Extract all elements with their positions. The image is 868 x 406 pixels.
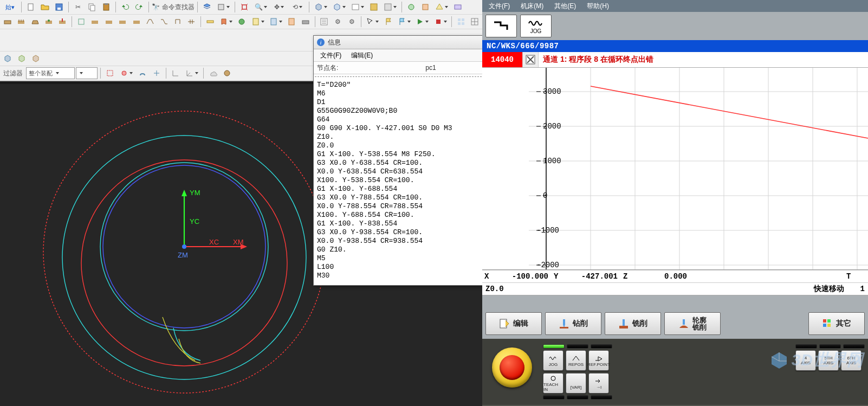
render-icon[interactable] — [381, 1, 399, 14]
undo-icon[interactable] — [119, 1, 132, 14]
cam-6-icon[interactable] — [75, 15, 87, 28]
gear2-icon[interactable]: ⚙ — [345, 15, 358, 28]
gear-icon[interactable]: ⚙ — [332, 15, 344, 28]
tool-d-icon[interactable] — [451, 1, 464, 14]
mcp-axis4-button[interactable]: 4 AXIS — [795, 350, 816, 371]
cam-7-icon[interactable] — [89, 15, 101, 28]
sphere-icon[interactable] — [221, 67, 234, 80]
tool-b-icon[interactable] — [419, 1, 432, 14]
hmi-menu-machine[interactable]: 机床(M) — [515, 1, 549, 12]
fit-icon[interactable] — [238, 1, 251, 14]
cam-3-icon[interactable] — [29, 15, 41, 28]
snap-icon[interactable] — [136, 67, 149, 80]
cloud-icon[interactable] — [206, 67, 219, 80]
start-menu[interactable]: 始▾ — [1, 1, 18, 14]
command-finder[interactable]: 🔭 命令查找器 — [152, 3, 195, 12]
tool-c-icon[interactable] — [433, 1, 450, 14]
pan-icon[interactable]: ✥ — [270, 1, 288, 14]
isoview3-icon[interactable] — [29, 52, 42, 65]
hmi-menu-file[interactable]: 文件(F) — [483, 1, 515, 12]
flag2-icon[interactable] — [396, 15, 412, 28]
mcp-axis5-button[interactable]: 5TH AXIS — [818, 350, 839, 371]
snap2-icon[interactable] — [150, 67, 163, 80]
tool-a-icon[interactable] — [405, 1, 418, 14]
hmi-jog-icon[interactable]: JOG — [520, 15, 552, 37]
cursor-icon[interactable] — [364, 15, 381, 28]
rotate-icon[interactable]: ⟲ — [289, 1, 306, 14]
box-icon[interactable] — [312, 1, 329, 14]
cam-5-icon[interactable] — [56, 15, 69, 28]
shop-icon[interactable] — [286, 15, 298, 28]
hmi-graph[interactable]: 3000 2000 1000 0 -1000 -2000 — [482, 68, 868, 270]
hmi-alarm-bar[interactable]: 14040 通道 1: 程序段 8 在循环终点出错 — [482, 52, 868, 68]
measure-icon[interactable] — [204, 15, 216, 28]
mcp-group-1: JOG REPOS REF.POINT TEACH IN [VAR] →I — [543, 350, 612, 394]
mcp-refpoint-button[interactable]: REF.POINT — [588, 350, 609, 371]
box2-icon[interactable] — [331, 1, 348, 14]
softkey-mill[interactable]: 铣削 — [605, 312, 661, 335]
cut-icon[interactable]: ✂ — [72, 1, 85, 14]
mcp-var-button[interactable]: [VAR] — [566, 373, 586, 394]
mcp-jog-button[interactable]: JOG — [543, 350, 563, 371]
mcp-teachin-button[interactable]: TEACH IN — [543, 373, 563, 394]
redo-icon[interactable] — [133, 1, 146, 14]
layers-icon[interactable] — [200, 1, 213, 14]
info-dialog[interactable]: i 信息 文件(F) 编辑(E) 节点名: pc1 T="D200" M6 D1… — [313, 35, 483, 286]
emergency-stop-button[interactable] — [492, 347, 532, 388]
cam-10-icon[interactable] — [130, 15, 142, 28]
hmi-menu-other[interactable]: 其他(E) — [549, 1, 581, 12]
cam-13-icon[interactable] — [171, 15, 184, 28]
softkey-drill[interactable]: 钻削 — [545, 312, 601, 335]
isoview-icon[interactable] — [1, 52, 14, 65]
mcp-axis6-button[interactable]: 6TH AXIS — [841, 350, 861, 371]
info-menu-file[interactable]: 文件(F) — [316, 50, 346, 61]
cam-4-icon[interactable] — [42, 15, 55, 28]
list-icon[interactable] — [318, 15, 330, 28]
display-mode-icon[interactable] — [215, 1, 232, 14]
cam-11-icon[interactable] — [144, 15, 156, 28]
filter2-dropdown[interactable] — [76, 67, 98, 79]
save-icon[interactable] — [53, 1, 66, 14]
verify-icon[interactable] — [218, 15, 235, 28]
info-menu-edit[interactable]: 编辑(E) — [347, 50, 377, 61]
mcp-inc-button[interactable]: →I — [588, 373, 609, 394]
grid2-icon[interactable] — [469, 15, 481, 28]
info-dialog-titlebar[interactable]: i 信息 — [314, 36, 483, 49]
new-icon[interactable] — [24, 1, 37, 14]
softkey-edit[interactable]: 编辑 — [485, 312, 542, 335]
cam-9-icon[interactable] — [116, 15, 128, 28]
zoom-icon[interactable]: 🔍 — [252, 1, 269, 14]
output-icon[interactable] — [267, 15, 284, 28]
play-icon[interactable] — [414, 15, 431, 28]
svg-rect-10 — [371, 4, 377, 10]
grid1-icon[interactable] — [455, 15, 467, 28]
post-icon[interactable] — [249, 15, 266, 28]
flag-icon[interactable] — [382, 15, 394, 28]
sel-box-icon[interactable] — [103, 67, 116, 80]
cam-8-icon[interactable] — [102, 15, 115, 28]
cam-12-icon[interactable] — [158, 15, 170, 28]
info-nc-code[interactable]: T="D200" M6 D1 G55G0G90Z200W0V0;B0 G64 G… — [314, 79, 483, 285]
view-icon[interactable] — [349, 1, 366, 14]
paste-icon[interactable] — [100, 1, 113, 14]
open-icon[interactable] — [38, 1, 51, 14]
mcp-repos-button[interactable]: REPOS — [566, 350, 586, 371]
cam-1-icon[interactable] — [1, 15, 14, 28]
hmi-mode-icon[interactable] — [485, 15, 517, 37]
copy-icon[interactable] — [86, 1, 99, 14]
cam-2-icon[interactable] — [15, 15, 27, 28]
softkey-other[interactable]: 其它 — [808, 312, 865, 335]
isoview2-icon[interactable] — [15, 52, 28, 65]
wcs2-icon[interactable] — [183, 67, 200, 80]
cam-14-icon[interactable] — [185, 15, 198, 28]
softkey-contour-mill[interactable]: 轮廓 铣削 — [664, 312, 721, 335]
wcs-icon[interactable] — [169, 67, 182, 80]
assembly-dropdown[interactable]: 整个装配 — [26, 67, 75, 79]
simulate-icon[interactable] — [236, 15, 248, 28]
stop-icon[interactable] — [432, 15, 449, 28]
shade-icon[interactable] — [367, 1, 380, 14]
hmi-menu-help[interactable]: 帮助(H) — [581, 1, 614, 12]
sel-mode-icon[interactable] — [118, 67, 135, 80]
axis-zm-label: ZM — [178, 251, 188, 259]
machine-icon[interactable] — [299, 15, 312, 28]
